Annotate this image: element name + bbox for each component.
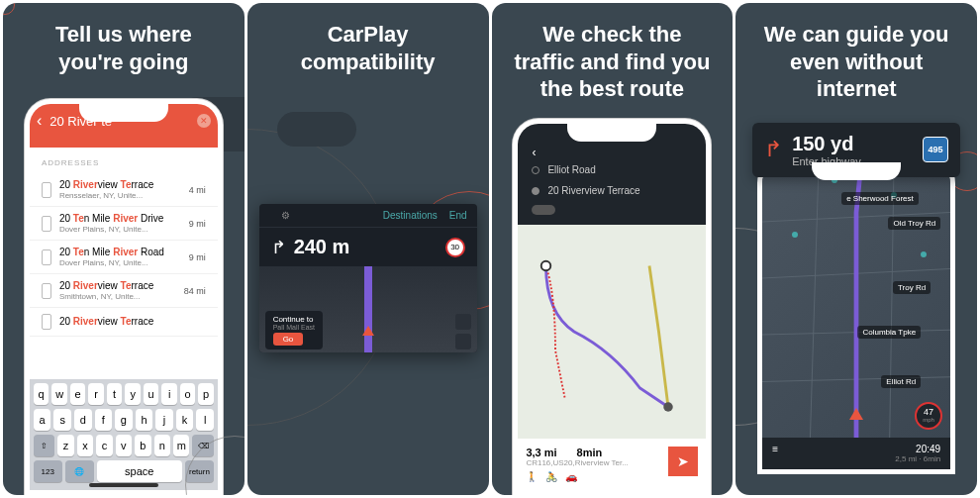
carplay-map[interactable]: Continue to Pall Mall East Go <box>259 266 477 352</box>
result-title: 20 Riverview Terrace <box>59 280 176 292</box>
kb-key[interactable]: f <box>95 409 113 431</box>
map-controls <box>455 314 471 349</box>
kb-key[interactable]: l <box>196 409 214 431</box>
kb-123[interactable]: 123 <box>34 460 62 482</box>
eta-remaining: 2,5 mi · 6min <box>895 454 940 463</box>
kb-key[interactable]: b <box>135 435 150 456</box>
kb-key[interactable]: c <box>96 435 112 456</box>
result-subtitle: Dover Plains, NY, Unite... <box>59 225 181 234</box>
end-link[interactable]: End <box>449 210 467 221</box>
kb-key[interactable]: t <box>107 383 123 405</box>
kb-key[interactable]: a <box>34 409 51 431</box>
svg-point-1 <box>664 402 674 412</box>
location-cursor <box>849 408 863 420</box>
svg-line-7 <box>889 165 894 466</box>
kb-key[interactable]: u <box>144 383 159 405</box>
location-icon <box>42 182 51 198</box>
kb-key[interactable]: o <box>180 383 196 405</box>
kb-key[interactable]: m <box>173 435 189 456</box>
bike-icon[interactable]: 🚴 <box>545 471 557 482</box>
gear-icon[interactable]: ⚙ <box>281 210 290 221</box>
notch <box>812 160 901 180</box>
kb-key[interactable]: k <box>176 409 194 431</box>
result-row[interactable]: 20 Riverview Terrace Smithtown, NY, Unit… <box>30 274 218 308</box>
clear-icon[interactable]: ✕ <box>197 114 211 128</box>
kb-key[interactable]: x <box>77 435 93 456</box>
banner-distance: 150 yd <box>792 133 861 155</box>
back-icon[interactable]: ‹ <box>37 112 42 130</box>
map-view[interactable]: e Sherwood Forest Old Troy Rd Troy Rd Co… <box>762 162 950 469</box>
road-name: Pall Mall East <box>273 324 315 331</box>
result-title: 20 Riverview Terrace <box>59 179 181 191</box>
route-overlay <box>518 225 706 439</box>
panel-carplay: CarPlay compatibility ⚙ Destinations End… <box>247 3 489 495</box>
map-area[interactable] <box>518 225 706 439</box>
turn-icon: ↱ <box>764 137 782 162</box>
walk-icon[interactable]: 🚶 <box>526 471 538 482</box>
result-subtitle: Smithtown, NY, Unite... <box>59 292 176 301</box>
kb-key[interactable]: s <box>53 409 71 431</box>
kb-key[interactable]: n <box>154 435 170 456</box>
phone-frame: ‹ 20 River te ✕ ADDRESSES 20 Riverview T… <box>25 99 223 495</box>
go-button[interactable]: Go <box>273 333 304 346</box>
destination-row[interactable]: 20 Riverview Terrace <box>532 180 692 201</box>
result-row[interactable]: 20 Ten Mile River Drive Dover Plains, NY… <box>30 207 218 241</box>
route-line <box>348 266 388 352</box>
origin-row[interactable]: Elliot Road <box>532 159 692 180</box>
highway-shield: 495 <box>923 137 948 162</box>
kb-key[interactable]: v <box>116 435 132 456</box>
kb-key[interactable]: z <box>57 435 73 456</box>
layers-icon[interactable] <box>455 334 471 349</box>
car-icon[interactable] <box>532 205 555 215</box>
carplay-nav: ↱ 240 m 30 <box>259 228 477 266</box>
navigate-button[interactable]: ➤ <box>668 447 698 476</box>
kb-key[interactable]: p <box>198 383 214 405</box>
kb-key[interactable]: g <box>115 409 133 431</box>
kb-space[interactable]: space <box>97 460 183 482</box>
result-row[interactable]: 20 Riverview Terrace <box>30 308 218 337</box>
kb-key[interactable]: r <box>88 383 104 405</box>
continue-panel: Continue to Pall Mall East Go <box>265 311 323 349</box>
kb-key[interactable]: ⇧ <box>34 435 54 456</box>
speed-unit: mph <box>923 417 934 423</box>
kb-key[interactable]: e <box>70 383 86 405</box>
road-label: Old Troy Rd <box>888 217 940 230</box>
back-icon[interactable]: ‹ <box>532 146 692 159</box>
speed-indicator: 47 mph <box>915 402 942 430</box>
result-subtitle: Rensselaer, NY, Unite... <box>59 191 181 200</box>
menu-icon[interactable]: ≡ <box>772 444 778 463</box>
panel-heading: Tell us where you're going <box>3 3 245 85</box>
route-distance: 3,3 mi <box>526 447 556 458</box>
continue-label: Continue to <box>273 315 315 324</box>
svg-point-0 <box>541 261 551 271</box>
kb-key[interactable]: h <box>136 409 153 431</box>
transport-modes: 🚶 🚴 🚗 <box>526 471 662 482</box>
kb-key[interactable]: d <box>74 409 92 431</box>
destination-text: 20 Riverview Terrace <box>547 185 639 196</box>
eta-time: 20:49 <box>895 444 940 454</box>
kb-globe[interactable]: 🌐 <box>65 460 94 482</box>
location-cursor <box>362 326 374 336</box>
kb-key[interactable]: y <box>125 383 141 405</box>
panel-search: Tell us where you're going ‹ 20 River te… <box>3 3 245 495</box>
zoom-icon[interactable] <box>455 314 471 330</box>
result-row[interactable]: 20 Riverview Terrace Rensselaer, NY, Uni… <box>30 173 218 207</box>
kb-key[interactable]: i <box>161 383 177 405</box>
kb-key[interactable]: j <box>155 409 173 431</box>
results-list: 20 Riverview Terrace Rensselaer, NY, Uni… <box>30 173 218 337</box>
result-row[interactable]: 20 Ten Mile River Road Dover Plains, NY,… <box>30 241 218 274</box>
turn-right-icon: ↱ <box>271 237 286 258</box>
route-time: 8min <box>577 447 603 458</box>
route-summary: 3,3 mi 8min CR116,US20,Riverview Ter... … <box>518 439 706 490</box>
section-label: ADDRESSES <box>30 152 218 173</box>
location-icon <box>42 314 51 330</box>
phone-frame: ‹ Elliot Road 20 Riverview Terrace <box>513 119 711 495</box>
road-label: Elliot Rd <box>881 375 921 388</box>
result-distance: 4 mi <box>189 185 206 195</box>
destinations-link[interactable]: Destinations <box>383 210 438 221</box>
car-icon[interactable]: 🚗 <box>565 471 577 482</box>
road-label: Troy Rd <box>893 281 931 294</box>
kb-key[interactable]: w <box>51 383 67 405</box>
location-icon <box>42 216 51 232</box>
kb-key[interactable]: q <box>34 383 49 405</box>
